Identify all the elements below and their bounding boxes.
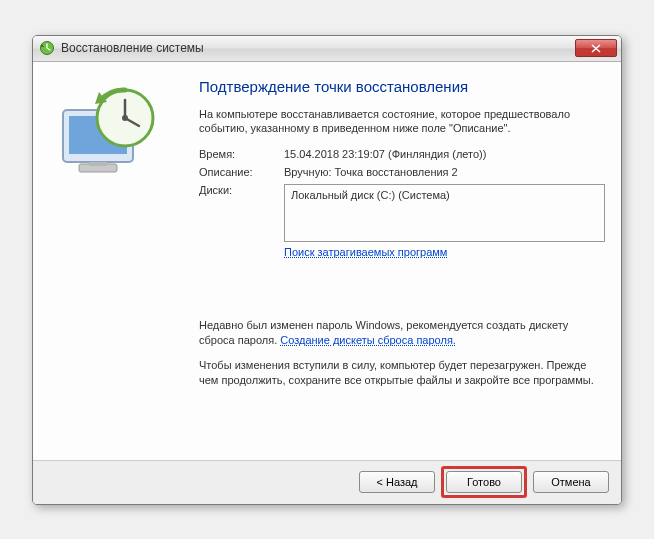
finish-button[interactable]: Готово [446, 471, 522, 493]
password-note: Недавно был изменен пароль Windows, реко… [199, 318, 605, 348]
intro-text: На компьютере восстанавливается состояни… [199, 107, 605, 137]
scan-link-row: Поиск затрагиваемых программ [199, 246, 605, 258]
scan-affected-programs-link[interactable]: Поиск затрагиваемых программ [284, 246, 447, 258]
svg-rect-4 [89, 162, 107, 166]
disks-row: Диски: Локальный диск (C:) (Система) [199, 184, 605, 242]
titlebar: Восстановление системы [33, 36, 621, 62]
disks-listbox[interactable]: Локальный диск (C:) (Система) [284, 184, 605, 242]
svg-point-8 [122, 115, 128, 121]
right-pane: Подтверждение точки восстановления На ко… [199, 72, 605, 460]
restart-note: Чтобы изменения вступили в силу, компьют… [199, 358, 605, 388]
create-password-reset-disk-link[interactable]: Создание дискеты сброса пароля. [280, 334, 456, 346]
cancel-button[interactable]: Отмена [533, 471, 609, 493]
time-value: 15.04.2018 23:19:07 (Финляндия (лето)) [284, 148, 605, 160]
system-restore-window: Восстановление системы [32, 35, 622, 505]
back-button[interactable]: < Назад [359, 471, 435, 493]
close-button[interactable] [575, 39, 617, 57]
highlight-annotation: Готово [441, 466, 527, 498]
system-restore-icon [49, 80, 159, 180]
disk-item: Локальный диск (C:) (Система) [291, 189, 450, 201]
time-label: Время: [199, 148, 284, 160]
page-heading: Подтверждение точки восстановления [199, 78, 605, 95]
left-pane [49, 72, 199, 460]
description-label: Описание: [199, 166, 284, 178]
close-icon [591, 44, 601, 53]
time-row: Время: 15.04.2018 23:19:07 (Финляндия (л… [199, 148, 605, 160]
description-value: Вручную: Точка восстановления 2 [284, 166, 605, 178]
button-bar: < Назад Готово Отмена [33, 460, 621, 504]
description-row: Описание: Вручную: Точка восстановления … [199, 166, 605, 178]
restore-sysicon [39, 40, 55, 56]
window-title: Восстановление системы [55, 41, 575, 55]
disks-label: Диски: [199, 184, 284, 196]
content-area: Подтверждение точки восстановления На ко… [33, 62, 621, 460]
